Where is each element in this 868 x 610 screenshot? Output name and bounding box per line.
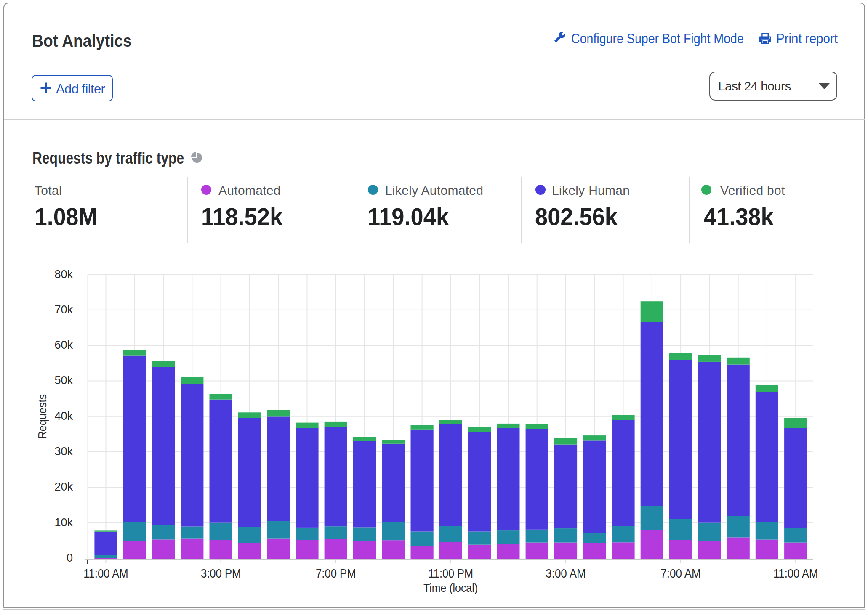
svg-text:7:00 PM: 7:00 PM <box>316 567 356 580</box>
svg-text:50k: 50k <box>54 374 73 387</box>
svg-text:20k: 20k <box>54 480 73 493</box>
svg-text:11:00 AM: 11:00 AM <box>83 567 128 580</box>
svg-text:80k: 80k <box>54 268 73 281</box>
svg-text:10k: 10k <box>54 516 73 529</box>
svg-text:70k: 70k <box>54 303 73 316</box>
svg-text:60k: 60k <box>54 339 73 351</box>
svg-text:11:00 PM: 11:00 PM <box>429 567 474 580</box>
svg-text:Requests: Requests <box>36 394 49 439</box>
svg-text:Time (local): Time (local) <box>423 582 478 594</box>
svg-text:40k: 40k <box>54 410 73 422</box>
svg-text:11:00 AM: 11:00 AM <box>773 567 818 580</box>
svg-text:7:00 AM: 7:00 AM <box>660 567 701 580</box>
svg-text:30k: 30k <box>54 445 73 458</box>
svg-text:3:00 PM: 3:00 PM <box>201 567 241 580</box>
svg-text:3:00 AM: 3:00 AM <box>546 567 586 580</box>
svg-text:0: 0 <box>67 552 73 564</box>
